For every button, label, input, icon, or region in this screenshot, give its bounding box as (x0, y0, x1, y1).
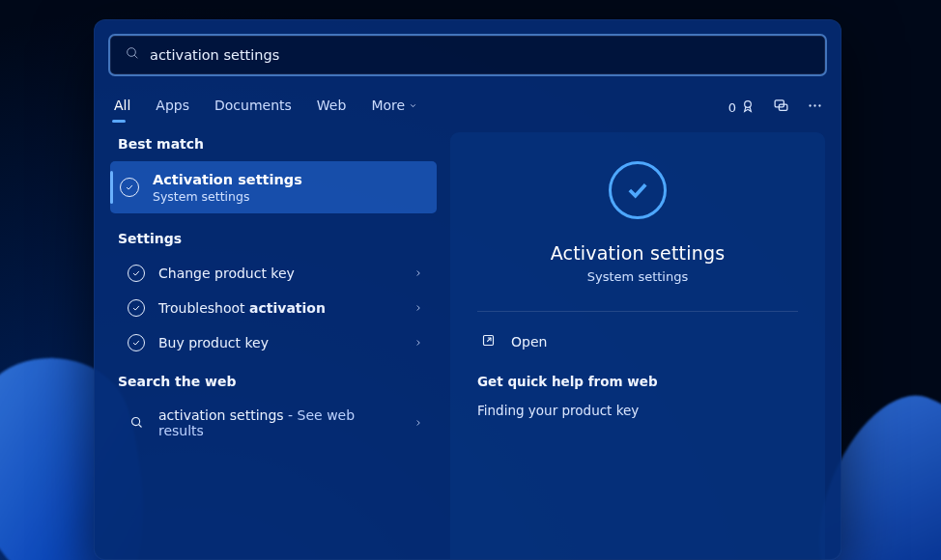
search-panel: All Apps Documents Web More 0 (94, 19, 841, 560)
open-external-icon (481, 333, 496, 350)
tab-more-label: More (371, 98, 405, 113)
best-match-title: Activation settings (153, 171, 302, 189)
detail-subtitle: System settings (587, 269, 688, 284)
filter-tabs-row: All Apps Documents Web More 0 (110, 92, 825, 123)
tab-web[interactable]: Web (315, 92, 349, 123)
svg-point-7 (818, 104, 820, 106)
best-match-header: Best match (110, 132, 437, 161)
check-circle-icon (128, 265, 145, 282)
settings-header: Settings (110, 227, 437, 256)
medal-icon (740, 98, 756, 117)
detail-title: Activation settings (551, 242, 726, 264)
more-options-button[interactable] (807, 98, 823, 118)
svg-point-8 (131, 418, 139, 426)
settings-item-change-product-key[interactable]: Change product key (110, 256, 437, 291)
check-circle-large-icon (609, 161, 667, 219)
chat-icon-button[interactable] (773, 98, 789, 118)
list-item-label: activation settings - See web results (158, 407, 400, 438)
quick-help-header: Get quick help from web (477, 374, 798, 389)
svg-point-0 (128, 48, 136, 57)
chevron-down-icon (409, 98, 417, 113)
list-item-label: Troubleshoot activation (158, 300, 400, 316)
chevron-right-icon (413, 266, 423, 281)
check-circle-icon (120, 178, 139, 197)
rewards-count: 0 (728, 100, 736, 115)
svg-line-9 (138, 425, 141, 428)
open-action-label: Open (511, 334, 547, 350)
rewards-button[interactable]: 0 (728, 98, 756, 117)
check-circle-icon (128, 299, 145, 317)
check-circle-icon (128, 334, 145, 351)
svg-point-2 (745, 100, 752, 107)
search-icon (128, 414, 145, 432)
search-box[interactable] (110, 36, 825, 74)
chat-icon (773, 98, 789, 118)
tab-documents[interactable]: Documents (213, 92, 294, 123)
svg-line-1 (134, 55, 137, 58)
settings-item-troubleshoot-activation[interactable]: Troubleshoot activation (110, 291, 437, 325)
svg-point-5 (809, 104, 811, 106)
detail-pane: Activation settings System settings Open… (450, 132, 825, 559)
tab-more[interactable]: More (369, 92, 419, 123)
help-link-product-key[interactable]: Finding your product key (477, 403, 798, 418)
best-match-result[interactable]: Activation settings System settings (110, 161, 437, 213)
chevron-right-icon (413, 415, 423, 431)
svg-point-6 (813, 104, 815, 106)
best-match-subtitle: System settings (153, 189, 302, 204)
search-web-header: Search the web (110, 370, 437, 399)
chevron-right-icon (413, 335, 423, 350)
results-column: Best match Activation settings System se… (110, 132, 437, 559)
tab-all[interactable]: All (112, 92, 132, 123)
list-item-label: Change product key (158, 266, 400, 281)
list-item-label: Buy product key (158, 335, 400, 350)
open-action[interactable]: Open (477, 327, 798, 356)
chevron-right-icon (413, 300, 423, 316)
search-icon (125, 45, 140, 65)
web-result-item[interactable]: activation settings - See web results (110, 399, 437, 447)
tab-apps[interactable]: Apps (154, 92, 191, 123)
divider (477, 311, 798, 312)
search-input[interactable] (150, 47, 811, 63)
ellipsis-icon (807, 98, 823, 118)
settings-item-buy-product-key[interactable]: Buy product key (110, 325, 437, 360)
